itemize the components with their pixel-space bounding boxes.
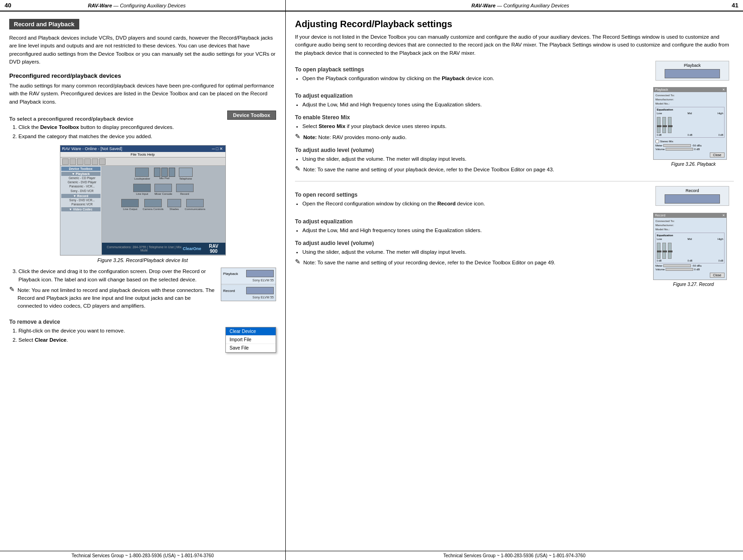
shades-img [167, 199, 181, 207]
pb-manufacturer-label: Manufacturer: [655, 98, 725, 101]
playback-row: Playback [223, 270, 274, 277]
rec-eq-mid-handle[interactable] [662, 251, 667, 252]
pb-low-label: Low [657, 112, 662, 115]
rav-ware-label: RAV-Ware [88, 3, 112, 8]
device-toolbox-button[interactable]: Device Toolbox [227, 111, 276, 120]
adjust-vol2-list: Using the slider, adjust the volume. The… [302, 248, 646, 256]
left-page-number: 40 [5, 2, 11, 9]
playback-window: Playback ✕ Connected To: Manufacturer: [653, 87, 727, 160]
pod3 [169, 168, 175, 177]
step3-section: Click the device and drag it to the conf… [9, 268, 276, 313]
rec-eq-high-handle[interactable] [668, 251, 672, 252]
header-subtitle: Configuring Auxiliary Devices [120, 3, 186, 8]
clear-device-item[interactable]: Clear Device [226, 327, 276, 336]
left-footer: Technical Services Group ~ 1-800-283-593… [0, 551, 285, 560]
group-sub-record: Sony - DVD VCR... Panasonic VCR [61, 198, 100, 206]
screenshot-titlebar: RAV Ware - Online - [Not Saved] ─ □ ✕ [60, 146, 225, 152]
camera-controls-icon-group: Camera Controls [142, 199, 163, 210]
pb-stereo-mix-label: Stereo Mix [655, 140, 725, 143]
rec-meter-bar [663, 264, 691, 267]
sub-item-4: Sony - DVD VCR [64, 189, 100, 193]
pb-volume-bar[interactable] [666, 148, 693, 151]
left-page: 40 RAV-Ware — Configuring Auxiliary Devi… [0, 0, 286, 560]
note-mono: ✎ Note: Note: RAV provides mono-only aud… [295, 134, 646, 141]
rec-high-label: High [718, 238, 723, 240]
pb-db-high: 0 dB [719, 134, 723, 136]
camera-controls-label: Camera Controls [142, 208, 163, 210]
shades-label: Shades [170, 208, 179, 210]
rec-eq-low-track[interactable] [657, 243, 660, 259]
pb-db-low: 0 dB [657, 134, 661, 136]
mixpod-label: Mix Pod [159, 177, 170, 180]
playback-dialog-figure: Playback ✕ Connected To: Manufacturer: [653, 87, 734, 167]
rec-volume-bar[interactable] [666, 268, 693, 271]
record-window-body: Connected To: Manufacturer: Model No.: E… [654, 218, 726, 280]
group-title-video: ▼ Video Codec [61, 207, 100, 211]
rec-connected-to: Connected To: [655, 220, 725, 222]
status-indicator: Communications: 284-3755 | Telephone In … [106, 245, 183, 252]
playback-settings-text: To open playback settings Open the Playb… [295, 61, 648, 85]
rec-eq-mid-track[interactable] [662, 243, 666, 259]
device-toolbox-label: Device Toolbox [61, 167, 100, 171]
screenshot-menubar: File Tools Help [60, 152, 225, 158]
pb-connected-to: Connected To: [655, 94, 725, 97]
right-page-number: 41 [732, 2, 738, 9]
open-playback-list: Open the Playback configuration window b… [302, 75, 648, 82]
playback-fig-icon [665, 69, 720, 78]
playback-fig-label: Playback [684, 63, 701, 68]
rec-eq-low-handle[interactable] [657, 251, 661, 252]
context-menu: Clear Device Import File Save File [225, 327, 276, 353]
rec-mid-label: Mid [688, 238, 692, 240]
mixer-console-icon-group: Mixer Console [154, 184, 172, 195]
right-footer: Technical Services Group ~ 1-800-283-593… [286, 551, 743, 560]
pb-eq-low-track[interactable] [657, 117, 660, 133]
right-page-content: Adjusting Record/Playback settings If yo… [286, 12, 743, 551]
note-save-record: ✎ Note: To save the name and setting of … [295, 259, 646, 267]
note-save-rec-text: Note: To save the name and setting of yo… [303, 259, 555, 267]
menu-file: File Tools Help [130, 152, 154, 157]
right-page: RAV-Ware — Configuring Auxiliary Devices… [286, 0, 743, 560]
pb-high-label: High [718, 112, 723, 115]
record-dialog-row: To adjust equalization Adjust the Low, M… [295, 213, 734, 287]
sidebar-group-video: ▼ Video Codec [61, 207, 100, 211]
sony-playback-label: Sony ELVM 55 [223, 279, 274, 282]
fig-record-caption: Figure 3.27. Record [653, 282, 734, 287]
rec-eq-high-track[interactable] [668, 243, 672, 259]
pb-close-button[interactable]: Close [710, 152, 725, 158]
playback-window-body: Connected To: Manufacturer: Model No.: E… [654, 92, 726, 159]
mixer-console-label: Mixer Console [154, 192, 172, 195]
pb-close-x: ✕ [722, 88, 725, 92]
record-dialog-text: To adjust equalization Adjust the Low, M… [295, 213, 646, 270]
import-file-item[interactable]: Import File [226, 336, 276, 344]
note-row-connectors: ✎ Note: You are not limited to record an… [9, 286, 216, 310]
line-input-label: Line Input [136, 192, 148, 195]
stereo-mix-item: Select Stereo Mix if your playback devic… [302, 122, 646, 130]
pb-eq-mid-handle[interactable] [662, 125, 667, 127]
pb-window-title: Playback [655, 88, 668, 92]
pb-eq-high-track[interactable] [668, 117, 672, 133]
pb-eq-low-handle[interactable] [657, 125, 661, 127]
rec-meter-val: -50 dBu [692, 264, 702, 267]
sub-item-2: Generic - DVD Player [64, 180, 100, 184]
pb-eq-mid-track[interactable] [662, 117, 666, 133]
left-page-header: 40 RAV-Ware — Configuring Auxiliary Devi… [0, 0, 285, 12]
rec-db-mid: 0 dB [688, 259, 692, 262]
record-settings-row: To open record settings Open the Record … [295, 186, 734, 210]
pb-stereo-mix-checkbox[interactable] [655, 140, 659, 143]
fig-playback-caption: Figure 3.26. Playback [653, 162, 734, 167]
save-file-item[interactable]: Save File [226, 344, 276, 352]
step3-list: Click the device and drag it to the conf… [18, 268, 216, 284]
group-title-playback: ▼ Playback [61, 172, 100, 176]
pb-close-btn-row: Close [655, 152, 725, 158]
playback-settings-row: To open playback settings Open the Playb… [295, 61, 734, 85]
screenshot-sidebar: Device Toolbox ▼ Playback Generic - CD P… [60, 166, 102, 255]
clearone-bar: Communications: 284-3755 | Telephone In … [102, 243, 225, 255]
pb-eq-high-handle[interactable] [668, 125, 672, 127]
rec-close-button[interactable]: Close [710, 273, 725, 278]
device-icons-row-top: Loudspeaker Mix Pod [134, 168, 193, 180]
preconfigured-heading: Preconfigured record/playback devices [9, 72, 276, 79]
mix-pod-icon-group: Mix Pod [154, 168, 175, 180]
adjusting-heading: Adjusting Record/Playback settings [295, 19, 734, 29]
pb-volume-label: Volume [655, 148, 665, 151]
adjust-eq2-list: Adjust the Low, Mid and High frequency t… [302, 227, 646, 234]
